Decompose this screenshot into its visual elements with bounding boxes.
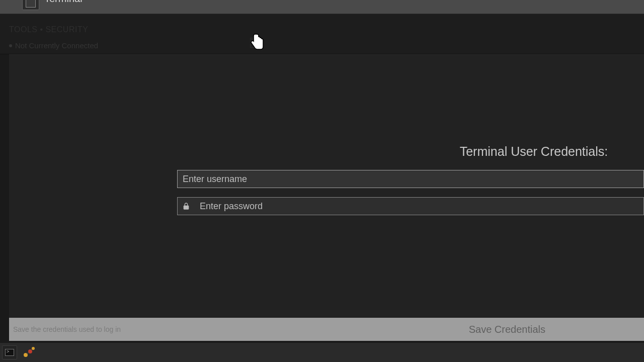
taskbar-terminal-button[interactable] [2,345,17,359]
window-titlebar: Terminal [0,0,644,14]
terminal-window-icon [22,0,39,10]
taskbar [0,343,644,362]
tray-app-icon[interactable] [22,346,36,358]
header-bar: TOOLS • SECURITY Not Currently Connected… [0,14,644,54]
lock-icon [178,202,195,211]
section-label: TOOLS • SECURITY [9,25,88,34]
terminal-icon [26,0,36,8]
credential-form: Terminal User Credentials: [177,144,644,224]
credentials-heading: Terminal User Credentials: [177,144,644,159]
terminal-icon [5,349,14,356]
save-hint-text: Save the credentials used to log in [13,325,121,333]
username-field-wrapper[interactable] [177,170,644,188]
content-area: Terminal User Credentials: [9,54,644,318]
password-field-wrapper[interactable] [177,197,644,215]
header-faint-icon: ⊞⊟ [250,37,255,49]
window-title: Terminal [44,0,83,1]
password-input[interactable] [195,201,643,212]
status-dot-icon [9,44,12,47]
status-text: Not Currently Connected [15,41,98,50]
save-credentials-button[interactable]: Save Credentials [469,324,545,335]
username-input[interactable] [178,174,643,185]
save-credentials-bar[interactable]: Save the credentials used to log in Save… [9,318,644,341]
connection-status: Not Currently Connected [9,41,98,50]
svg-line-4 [31,349,32,350]
svg-line-3 [27,352,29,354]
